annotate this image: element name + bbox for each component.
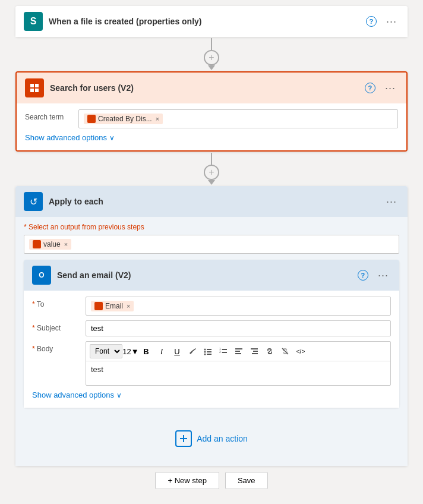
search-users-card: Search for users (V2) ? ··· Search term	[15, 71, 408, 152]
to-label: To	[32, 297, 80, 308]
search-chevron-icon: ∨	[109, 134, 115, 142]
code-button[interactable]: </>	[293, 344, 308, 358]
unlink-icon	[281, 347, 289, 355]
bottom-buttons: + New step Save	[155, 472, 267, 495]
search-users-title: Search for users (V2)	[50, 83, 356, 93]
trigger-dots-icon: ···	[386, 15, 397, 28]
search-show-advanced-button[interactable]: Show advanced options ∨	[25, 133, 115, 142]
font-select[interactable]: Font	[90, 344, 122, 358]
svg-rect-15	[252, 353, 258, 354]
sharepoint-icon: S	[24, 12, 43, 31]
trigger-more-button[interactable]: ···	[384, 14, 399, 29]
svg-rect-1	[207, 349, 212, 350]
connector-line-1	[211, 38, 212, 50]
to-row: To Email ×	[32, 297, 391, 316]
add-action-button[interactable]: Add an action	[166, 424, 257, 453]
email-title: Send an email (V2)	[57, 270, 349, 280]
connector-arrow-2	[208, 180, 215, 185]
brush-button[interactable]	[185, 344, 200, 358]
search-question-icon: ?	[365, 83, 375, 93]
email-dots-icon: ···	[378, 269, 389, 282]
search-term-input[interactable]: Created By Dis... ×	[78, 109, 398, 128]
align-right-button[interactable]	[247, 344, 261, 358]
subject-label: Subject	[32, 320, 80, 332]
trigger-card: S When a file is created (properties onl…	[15, 6, 408, 37]
align-right-icon	[250, 347, 258, 355]
link-button[interactable]	[263, 344, 277, 358]
office-icon	[25, 78, 44, 97]
search-term-token: Created By Dis... ×	[84, 114, 163, 124]
ordered-list-button[interactable]: 1.2.	[216, 344, 231, 358]
apply-header: ↺ Apply to each ···	[15, 186, 408, 217]
email-token-label: Email	[105, 302, 123, 310]
align-left-button[interactable]	[232, 344, 246, 358]
token-remove-button[interactable]: ×	[156, 115, 159, 122]
ol-icon: 1.2.	[219, 347, 228, 355]
select-output-input[interactable]: value ×	[24, 235, 399, 254]
link-icon	[266, 347, 274, 355]
svg-line-16	[269, 350, 271, 352]
add-step-button-2[interactable]: +	[204, 165, 219, 180]
svg-rect-3	[207, 351, 212, 352]
svg-rect-9	[222, 352, 227, 353]
trigger-actions: ? ···	[364, 14, 399, 29]
trigger-header: S When a file is created (properties onl…	[15, 6, 408, 37]
body-row: Body Font 12▼ B I U	[32, 341, 391, 386]
svg-rect-7	[222, 349, 227, 350]
flow-container: S When a file is created (properties onl…	[12, 6, 411, 495]
email-help-button[interactable]: ?	[355, 269, 371, 282]
value-token-remove[interactable]: ×	[64, 241, 68, 248]
svg-text:2.: 2.	[219, 350, 222, 354]
body-toolbar: Font 12▼ B I U	[86, 342, 390, 361]
unordered-list-button[interactable]	[201, 344, 215, 358]
email-body: To Email × Subject	[24, 291, 399, 408]
brush-icon	[188, 347, 197, 355]
email-card: O Send an email (V2) ? ···	[24, 260, 399, 408]
search-more-button[interactable]: ···	[383, 81, 398, 96]
connector-line-2	[211, 153, 212, 165]
email-token: Email ×	[91, 301, 134, 311]
add-step-button-1[interactable]: +	[204, 50, 219, 65]
italic-button[interactable]: I	[154, 344, 169, 358]
apply-actions: ···	[384, 194, 399, 209]
value-token-icon	[33, 240, 41, 248]
body-editor: Font 12▼ B I U	[86, 341, 391, 386]
connector-2: +	[204, 153, 219, 185]
code-icon: </>	[296, 348, 305, 355]
svg-rect-12	[235, 353, 241, 354]
search-term-row: Search term Created By Dis... ×	[25, 109, 398, 128]
search-term-label: Search term	[25, 109, 72, 121]
email-more-button[interactable]: ···	[375, 268, 391, 283]
unlink-button[interactable]	[278, 344, 292, 358]
search-help-button[interactable]: ?	[362, 81, 378, 94]
select-output-label: Select an output from previous steps	[24, 223, 399, 231]
subject-row: Subject	[32, 320, 391, 336]
select-output-section: Select an output from previous steps val…	[24, 223, 399, 254]
token-office-icon	[87, 115, 96, 123]
search-body: Search term Created By Dis... × Show adv…	[17, 103, 406, 150]
subject-input[interactable]	[86, 320, 391, 336]
body-content[interactable]: test	[86, 361, 390, 385]
font-size-button[interactable]: 12▼	[124, 344, 138, 358]
email-actions: ? ···	[355, 268, 391, 283]
outlook-icon: O	[32, 266, 51, 285]
underline-button[interactable]: U	[170, 344, 184, 358]
search-dots-icon: ···	[385, 82, 396, 94]
email-show-advanced-button[interactable]: Show advanced options ∨	[32, 390, 122, 399]
svg-rect-14	[253, 351, 258, 352]
new-step-button[interactable]: + New step	[155, 472, 219, 489]
token-label: Created By Dis...	[98, 115, 152, 123]
bold-button[interactable]: B	[139, 344, 153, 358]
svg-point-4	[204, 354, 206, 355]
add-action-section: Add an action	[24, 417, 399, 460]
apply-more-button[interactable]: ···	[384, 194, 399, 209]
apply-body: Select an output from previous steps val…	[15, 217, 408, 466]
to-input[interactable]: Email ×	[86, 297, 391, 316]
svg-rect-13	[251, 348, 258, 349]
email-token-icon	[94, 302, 103, 310]
save-button[interactable]: Save	[225, 472, 268, 489]
search-actions: ? ···	[362, 81, 398, 96]
email-token-remove[interactable]: ×	[127, 303, 130, 310]
trigger-help-button[interactable]: ?	[364, 15, 379, 28]
connector-1: +	[204, 38, 219, 70]
